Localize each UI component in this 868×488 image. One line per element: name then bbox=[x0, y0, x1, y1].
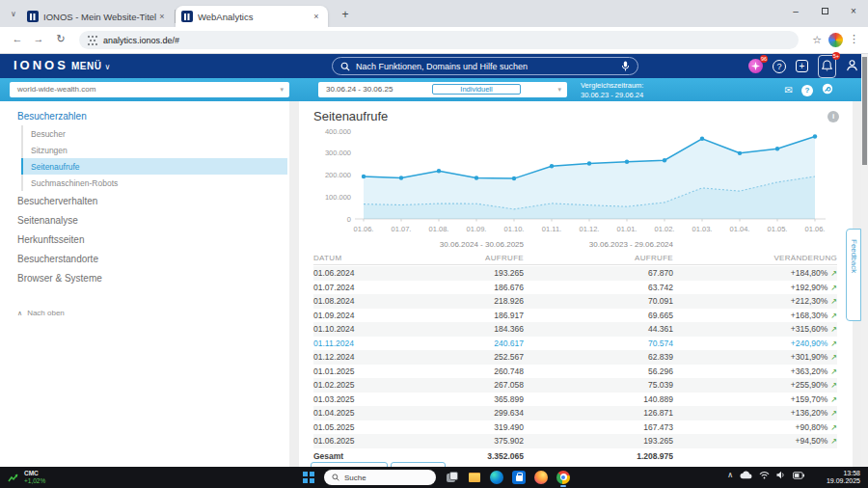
search-icon bbox=[340, 62, 350, 71]
data-point[interactable] bbox=[738, 151, 742, 155]
battery-icon[interactable] bbox=[793, 472, 804, 479]
table-row[interactable]: 01.11.2024240.61770.574+240,90%↗ bbox=[313, 337, 837, 351]
scrollbar-thumb[interactable] bbox=[862, 57, 867, 165]
taskbar-icons bbox=[446, 471, 570, 484]
sidebar-item-sitzungen[interactable]: Sitzungen bbox=[21, 142, 287, 158]
trend-up-icon: ↗ bbox=[830, 353, 837, 362]
microsoft-store-icon[interactable] bbox=[512, 471, 526, 484]
file-explorer-icon[interactable] bbox=[468, 471, 481, 484]
sidebar-section-browser-systeme[interactable]: Browser & Systeme bbox=[0, 268, 289, 287]
new-tab-button[interactable]: + bbox=[338, 8, 353, 23]
sidebar-item-seitenaufrufe[interactable]: Seitenaufrufe bbox=[21, 158, 287, 175]
task-view-icon[interactable] bbox=[446, 471, 459, 484]
table-row[interactable]: 01.07.2024186.67663.742+192,90%↗ bbox=[313, 281, 837, 295]
firefox-icon[interactable] bbox=[534, 471, 548, 484]
table-row[interactable]: 01.03.2025365.899140.889+159,70%↗ bbox=[313, 393, 837, 407]
data-point[interactable] bbox=[475, 176, 478, 179]
data-point[interactable] bbox=[663, 158, 666, 162]
window-close-button[interactable]: × bbox=[839, 0, 868, 25]
table-row[interactable]: 01.05.2025319.490167.473+90,80%↗ bbox=[313, 420, 837, 435]
notifications-button[interactable]: 5+ bbox=[818, 55, 836, 78]
start-button[interactable] bbox=[303, 472, 314, 483]
address-bar[interactable]: analytics.ionos.de/# bbox=[79, 31, 799, 49]
main-panel: Seitenaufrufe i 0100.000200.000300.00040… bbox=[299, 101, 853, 467]
browser-profile-avatar[interactable] bbox=[828, 33, 843, 47]
account-icon[interactable] bbox=[846, 58, 858, 75]
bookmark-star-icon[interactable]: ☆ bbox=[812, 34, 822, 46]
speaker-icon[interactable] bbox=[776, 471, 786, 479]
browser-menu-icon[interactable]: ⋮ bbox=[849, 33, 859, 45]
reload-icon[interactable]: ↻ bbox=[53, 33, 68, 45]
sidebar-section-besucherverhalten[interactable]: Besucherverhalten bbox=[0, 191, 289, 210]
onedrive-cloud-icon[interactable] bbox=[740, 471, 752, 479]
ai-assistant-icon[interactable]: 96 bbox=[748, 59, 763, 73]
data-point[interactable] bbox=[775, 147, 779, 150]
data-point[interactable] bbox=[399, 176, 403, 179]
table-row[interactable]: 01.12.2024252.56762.839+301,90%↗ bbox=[313, 350, 837, 365]
add-icon[interactable]: + bbox=[796, 60, 808, 72]
ionos-header: IONOS MENÜ∨ Nach Funktionen, Domains und… bbox=[0, 54, 868, 78]
tab-search-chevron-icon[interactable]: ∨ bbox=[8, 9, 19, 20]
sidebar-section-seitenanalyse[interactable]: Seitenanalyse bbox=[0, 210, 289, 230]
pageviews-line-chart[interactable]: 0100.000200.000300.000400.00001.06.01.07… bbox=[307, 124, 839, 238]
menu-button[interactable]: MENÜ∨ bbox=[71, 61, 111, 71]
individuell-button[interactable]: Individuell bbox=[432, 84, 521, 95]
sidebar-section-besucherstandorte[interactable]: Besucherstandorte bbox=[0, 249, 289, 268]
settings-wrench-icon[interactable] bbox=[822, 83, 833, 97]
table-row[interactable]: 01.06.2024193.26567.870+184,80%↗ bbox=[313, 266, 837, 281]
help-icon[interactable]: ? bbox=[801, 85, 813, 96]
chrome-icon[interactable] bbox=[556, 471, 570, 484]
url-text: analytics.ionos.de/# bbox=[103, 36, 179, 45]
sidebar-section-herkunftsseiten[interactable]: Herkunftsseiten bbox=[0, 230, 289, 249]
window-maximize-button[interactable] bbox=[810, 0, 839, 25]
edge-browser-icon[interactable] bbox=[490, 471, 503, 484]
info-icon[interactable]: i bbox=[827, 111, 839, 122]
trend-up-icon: ↗ bbox=[830, 437, 837, 446]
tab-close-icon[interactable]: × bbox=[311, 11, 322, 22]
table-row[interactable]: 01.01.2025260.74856.296+363,20%↗ bbox=[313, 365, 837, 379]
data-point[interactable] bbox=[437, 169, 441, 173]
site-info-icon[interactable] bbox=[88, 36, 97, 45]
sidebar-section-besucherzahlen[interactable]: Besucherzahlen bbox=[0, 106, 289, 125]
table-row[interactable]: 01.09.2024186.91769.665+168,30%↗ bbox=[313, 309, 837, 323]
data-point[interactable] bbox=[512, 176, 516, 180]
domain-select[interactable]: world-wide-wealth.com ▾ bbox=[10, 82, 289, 97]
forward-icon[interactable]: → bbox=[31, 33, 46, 44]
window-minimize-button[interactable]: – bbox=[781, 0, 810, 25]
table-row[interactable]: 01.04.2025299.634126.871+136,20%↗ bbox=[313, 406, 837, 420]
taskbar-search[interactable]: Suche bbox=[324, 470, 436, 485]
back-icon[interactable]: ← bbox=[10, 33, 25, 44]
chevron-down-icon: ▾ bbox=[557, 82, 561, 97]
sidebar-item-suchmaschinen-robots[interactable]: Suchmaschinen-Robots bbox=[21, 175, 287, 191]
data-point[interactable] bbox=[813, 134, 817, 138]
browser-tab-inactive[interactable]: IONOS - Mein Website-Titel × bbox=[21, 6, 174, 27]
data-point[interactable] bbox=[700, 137, 704, 141]
stocks-widget[interactable]: CMC+1,02% bbox=[8, 470, 45, 485]
header-search-input[interactable]: Nach Funktionen, Domains und Hilfe suche… bbox=[332, 57, 638, 75]
browser-tab-active[interactable]: WebAnalytics × bbox=[176, 6, 328, 27]
table-row[interactable]: 01.02.2025267.05875.039+255,90%↗ bbox=[313, 378, 837, 393]
tray-chevron-icon[interactable]: ∧ bbox=[727, 471, 733, 479]
trend-up-icon: ↗ bbox=[830, 423, 837, 432]
search-placeholder: Nach Funktionen, Domains und Hilfe suche… bbox=[356, 62, 621, 71]
data-point[interactable] bbox=[362, 175, 366, 178]
sidebar-item-besucher[interactable]: Besucher bbox=[21, 125, 287, 142]
back-to-top-link[interactable]: ∧Nach oben bbox=[0, 303, 289, 323]
data-point[interactable] bbox=[625, 159, 629, 163]
mail-icon[interactable]: ✉ bbox=[785, 84, 793, 96]
data-point[interactable] bbox=[587, 161, 591, 165]
wifi-icon[interactable] bbox=[759, 471, 770, 479]
date-range-select[interactable]: 30.06.24 - 30.06.25 Individuell ▾ bbox=[318, 82, 567, 97]
feedback-tab[interactable]: Feedback bbox=[846, 229, 861, 321]
ionos-logo[interactable]: IONOS bbox=[14, 58, 68, 72]
microphone-icon[interactable] bbox=[621, 61, 630, 71]
tab-title: IONOS - Mein Website-Titel bbox=[43, 12, 156, 22]
table-row[interactable]: 01.08.2024218.92670.091+212,30%↗ bbox=[313, 294, 837, 309]
table-row[interactable]: 01.06.2025375.902193.265+94,50%↗ bbox=[313, 434, 837, 448]
table-row[interactable]: 01.10.2024184.36644.361+315,60%↗ bbox=[313, 322, 837, 337]
data-point[interactable] bbox=[550, 164, 554, 168]
help-chat-icon[interactable]: ? bbox=[773, 60, 786, 73]
taskbar-clock[interactable]: 13:58 19.09.2025 bbox=[827, 470, 860, 486]
tab-close-icon[interactable]: × bbox=[156, 11, 168, 22]
page-scrollbar[interactable] bbox=[861, 54, 868, 467]
